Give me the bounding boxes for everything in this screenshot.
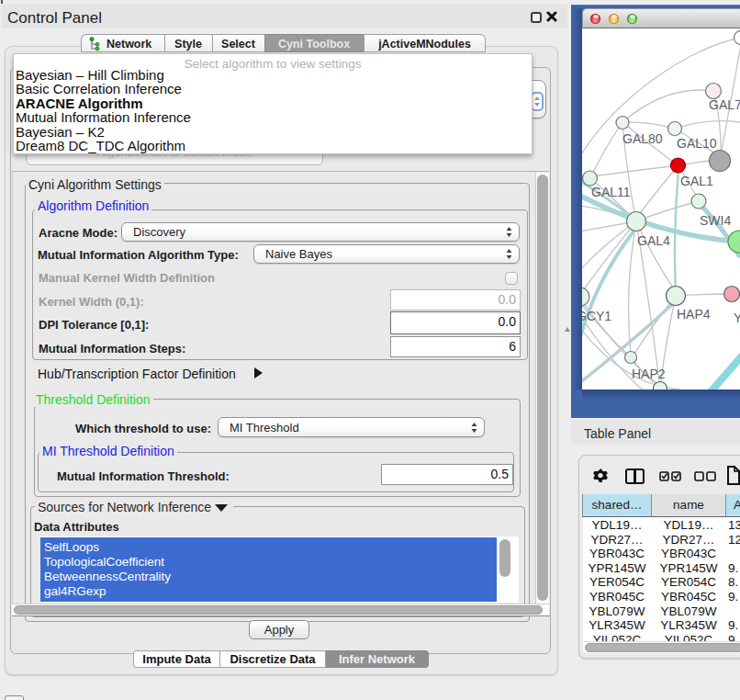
svg-text:HAP4: HAP4 [677, 307, 711, 322]
svg-text:GAL4: GAL4 [637, 233, 670, 248]
svg-text:GAL1: GAL1 [680, 174, 713, 188]
svg-text:Y: Y [734, 310, 740, 325]
svg-text:GAL10: GAL10 [677, 136, 717, 151]
svg-text:GAL7: GAL7 [709, 97, 740, 112]
svg-text:SWI4: SWI4 [700, 213, 731, 228]
svg-text:HAP2: HAP2 [632, 367, 666, 381]
svg-text:GAL80: GAL80 [622, 131, 663, 146]
svg-text:GCY1: GCY1 [582, 309, 611, 323]
svg-text:GAL11: GAL11 [591, 185, 631, 199]
